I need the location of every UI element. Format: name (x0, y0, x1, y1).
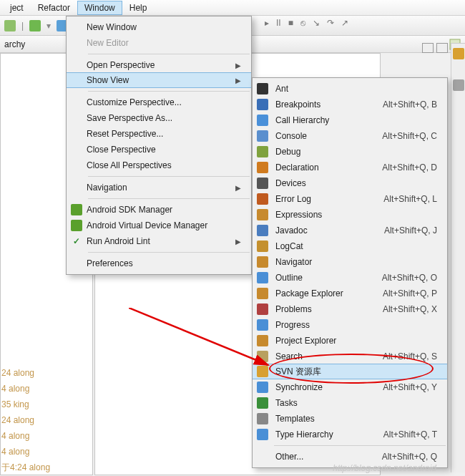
menu-help[interactable]: Help (122, 1, 155, 15)
step-into-icon[interactable]: ↘ (313, 18, 320, 28)
window-menu-item[interactable]: Close All Perspectives (67, 157, 251, 173)
resume-icon[interactable]: ▸ (265, 18, 269, 28)
window-menu-item[interactable]: Customize Perspective... (67, 94, 251, 110)
hierarchy-tab-label[interactable]: archy (4, 39, 25, 49)
show-view-item[interactable]: SearchAlt+Shift+Q, S (253, 349, 447, 364)
view-item-label: Problems (273, 304, 312, 314)
show-view-item[interactable]: Debug (253, 144, 447, 160)
show-view-item[interactable]: SynchronizeAlt+Shift+Q, Y (253, 379, 447, 395)
menu-item-label: Preferences (87, 258, 133, 268)
view-item-label: Devices (273, 178, 306, 188)
view-item-icon (253, 99, 273, 110)
minimize-icon[interactable] (422, 43, 434, 53)
view-item-label: Expressions (273, 210, 322, 220)
show-view-item[interactable]: SVN 资源库 (253, 364, 447, 379)
show-view-item[interactable]: ProblemsAlt+Shift+Q, X (253, 301, 447, 317)
log-line: 4 along (1, 381, 50, 397)
view-item-label: LogCat (273, 241, 303, 251)
menu-item-label: Android Virtual Device Manager (87, 220, 207, 230)
window-menu-item[interactable]: Save Perspective As... (67, 110, 251, 126)
show-view-item[interactable]: Progress (253, 317, 447, 333)
log-line: 4 along (1, 444, 50, 460)
debug-icon[interactable] (29, 20, 41, 31)
minimized-view-icon[interactable] (453, 79, 464, 91)
new-icon[interactable] (4, 20, 16, 31)
show-view-item[interactable]: Ant (253, 81, 447, 97)
svn-repos-icon[interactable] (453, 48, 464, 59)
view-item-label: Declaration (273, 162, 319, 173)
show-view-item[interactable]: BreakpointsAlt+Shift+Q, B (253, 97, 447, 112)
window-menu-item: New Editor (67, 35, 251, 51)
pause-icon[interactable]: II (276, 18, 281, 28)
view-item-shortcut: Alt+Shift+Q, S (370, 351, 437, 361)
view-item-icon (253, 115, 273, 126)
view-item-label: Console (273, 131, 307, 141)
stop-icon[interactable]: ■ (288, 18, 293, 28)
show-view-item[interactable]: OutlineAlt+Shift+Q, O (253, 270, 447, 286)
menu-separator (88, 176, 250, 177)
show-view-item[interactable]: Navigator (253, 254, 447, 270)
view-item-label: Other... (273, 452, 303, 462)
view-item-icon (253, 319, 273, 331)
view-item-shortcut: Alt+Shift+Q, D (369, 162, 437, 173)
window-menu-item[interactable]: Open Perspective▶ (67, 57, 251, 73)
show-view-item[interactable]: Templates (253, 411, 447, 427)
show-view-item[interactable]: JavadocAlt+Shift+Q, J (253, 223, 447, 238)
menu-item-label: Navigation (87, 183, 127, 193)
view-item-shortcut: Alt+Shift+Q, X (370, 304, 437, 314)
window-menu-item[interactable]: Preferences (67, 256, 251, 271)
show-view-item[interactable]: Devices (253, 175, 447, 191)
step-return-icon[interactable]: ↗ (341, 18, 348, 28)
view-item-icon (253, 351, 273, 362)
view-item-shortcut: Alt+Shift+Q, B (370, 99, 437, 110)
view-item-label: SVN 资源库 (273, 366, 321, 378)
view-item-label: Project Explorer (273, 336, 336, 346)
window-menu-item[interactable]: Show View▶ (67, 72, 251, 88)
view-item-icon (253, 429, 273, 440)
menu-refactor[interactable]: Refactor (31, 1, 77, 15)
window-menu-item[interactable]: Android Virtual Device Manager (67, 218, 251, 233)
menu-separator (88, 54, 250, 54)
maximize-icon[interactable] (436, 43, 448, 53)
show-view-item[interactable]: Error LogAlt+Shift+Q, L (253, 191, 447, 207)
show-view-item[interactable]: Project Explorer (253, 333, 447, 349)
show-view-other[interactable]: Other...Alt+Shift+Q, Q (253, 449, 447, 465)
disconnect-icon[interactable]: ⎋ (300, 18, 305, 28)
show-view-item[interactable]: DeclarationAlt+Shift+Q, D (253, 160, 447, 175)
menu-separator (88, 91, 250, 92)
show-view-item[interactable]: Expressions (253, 207, 447, 223)
view-item-label: Progress (273, 320, 310, 330)
window-menu-item[interactable]: Android SDK Manager (67, 202, 251, 218)
view-item-shortcut: Alt+Shift+Q, Q (369, 452, 437, 462)
menu-item-label: Save Perspective As... (87, 113, 172, 123)
view-item-icon (253, 256, 273, 268)
show-view-item[interactable]: LogCat (253, 238, 447, 254)
menu-item-label: Show View (87, 75, 129, 85)
menu-project[interactable]: ject (3, 1, 31, 15)
view-item-label: Call Hierarchy (273, 115, 329, 125)
window-menu-item[interactable]: ✓Run Android Lint▶ (67, 233, 251, 249)
log-line: 于4:24 along (1, 460, 50, 475)
show-view-item[interactable]: Package ExplorerAlt+Shift+Q, P (253, 286, 447, 301)
view-item-icon (253, 303, 273, 315)
window-menu-item[interactable]: New Window (67, 19, 251, 35)
console-snippet: 24 along 4 along 35 king 24 along 4 alon… (1, 365, 50, 475)
window-menu-item[interactable]: Navigation▶ (67, 180, 251, 195)
window-menu-item[interactable]: Reset Perspective... (67, 126, 251, 142)
view-item-label: Package Explorer (273, 288, 343, 298)
show-view-item[interactable]: Type HierarchyAlt+Shift+Q, T (253, 427, 447, 442)
window-menu-item[interactable]: Close Perspective (67, 142, 251, 157)
show-view-item[interactable]: Tasks (253, 395, 447, 411)
view-item-icon (253, 241, 273, 252)
step-over-icon[interactable]: ↷ (327, 18, 334, 28)
menu-window[interactable]: Window (77, 1, 122, 15)
view-item-label: Error Log (273, 194, 311, 204)
view-item-icon (253, 366, 273, 377)
show-view-item[interactable]: ConsoleAlt+Shift+Q, C (253, 128, 447, 144)
show-view-item[interactable]: Call Hierarchy (253, 112, 447, 128)
menu-item-label: Close All Perspectives (87, 160, 172, 170)
view-item-shortcut: Alt+Shift+Q, Y (370, 382, 437, 392)
view-item-label: Templates (273, 414, 315, 424)
view-item-icon (253, 162, 273, 173)
view-item-icon (253, 83, 273, 94)
